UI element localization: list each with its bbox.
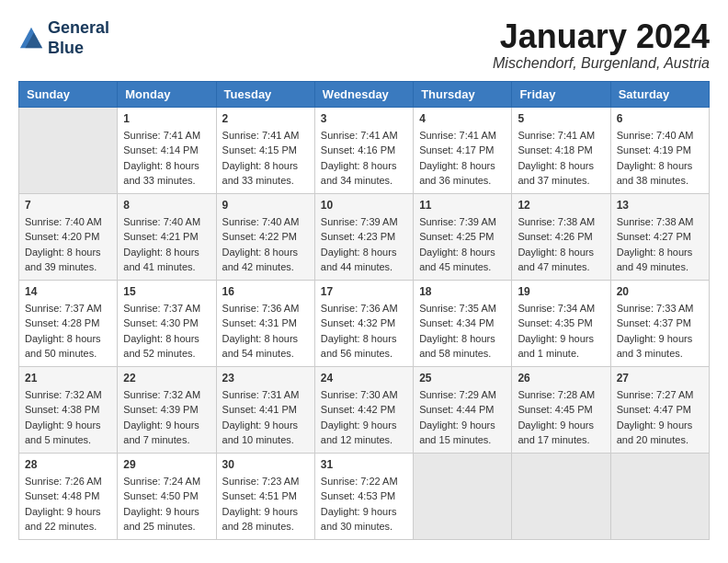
location-title: Mischendorf, Burgenland, Austria [493, 55, 710, 72]
sunset-text: Sunset: 4:18 PM [518, 144, 592, 155]
table-row: 26 Sunrise: 7:28 AM Sunset: 4:45 PM Dayl… [512, 366, 610, 453]
sunrise-text: Sunrise: 7:38 AM [518, 216, 595, 227]
sunset-text: Sunset: 4:31 PM [222, 317, 297, 328]
daylight-text: Daylight: 9 hours and 17 minutes. [518, 419, 594, 446]
sunrise-text: Sunrise: 7:41 AM [222, 130, 300, 141]
day-number: 27 [617, 372, 703, 385]
sunrise-text: Sunrise: 7:37 AM [123, 303, 200, 314]
day-info: Sunrise: 7:37 AM Sunset: 4:30 PM Dayligh… [123, 301, 210, 362]
table-row: 28 Sunrise: 7:26 AM Sunset: 4:48 PM Dayl… [19, 453, 118, 539]
sunset-text: Sunset: 4:22 PM [222, 231, 297, 242]
sunrise-text: Sunrise: 7:36 AM [222, 303, 300, 314]
day-info: Sunrise: 7:39 AM Sunset: 4:25 PM Dayligh… [419, 214, 506, 275]
sunrise-text: Sunrise: 7:29 AM [419, 389, 496, 400]
sunset-text: Sunset: 4:25 PM [419, 231, 494, 242]
sunset-text: Sunset: 4:34 PM [419, 317, 494, 328]
day-info: Sunrise: 7:40 AM Sunset: 4:20 PM Dayligh… [25, 214, 111, 275]
day-info: Sunrise: 7:41 AM Sunset: 4:15 PM Dayligh… [222, 128, 309, 189]
sunrise-text: Sunrise: 7:30 AM [321, 389, 398, 400]
daylight-text: Daylight: 9 hours and 7 minutes. [123, 419, 199, 446]
sunset-text: Sunset: 4:42 PM [321, 404, 395, 415]
table-row: 17 Sunrise: 7:36 AM Sunset: 4:32 PM Dayl… [314, 280, 413, 366]
daylight-text: Daylight: 8 hours and 33 minutes. [123, 160, 199, 187]
day-number: 28 [25, 458, 111, 471]
day-number: 3 [321, 112, 407, 125]
daylight-text: Daylight: 8 hours and 38 minutes. [617, 160, 693, 187]
day-info: Sunrise: 7:32 AM Sunset: 4:38 PM Dayligh… [25, 387, 111, 448]
sunrise-text: Sunrise: 7:33 AM [617, 303, 694, 314]
day-number: 30 [222, 458, 309, 471]
day-number: 5 [518, 112, 604, 125]
day-info: Sunrise: 7:28 AM Sunset: 4:45 PM Dayligh… [518, 387, 604, 448]
header-wednesday: Wednesday [314, 81, 413, 107]
sunset-text: Sunset: 4:32 PM [321, 317, 395, 328]
daylight-text: Daylight: 9 hours and 22 minutes. [25, 506, 101, 533]
table-row: 7 Sunrise: 7:40 AM Sunset: 4:20 PM Dayli… [19, 193, 118, 280]
daylight-text: Daylight: 9 hours and 12 minutes. [321, 419, 397, 446]
day-number: 24 [321, 372, 407, 385]
day-number: 31 [321, 458, 407, 471]
table-row [610, 453, 709, 539]
header-saturday: Saturday [610, 81, 709, 107]
day-number: 26 [518, 372, 604, 385]
day-info: Sunrise: 7:37 AM Sunset: 4:28 PM Dayligh… [25, 301, 111, 362]
table-row [414, 453, 512, 539]
daylight-text: Daylight: 9 hours and 3 minutes. [617, 333, 693, 360]
day-number: 9 [222, 199, 309, 212]
table-row: 6 Sunrise: 7:40 AM Sunset: 4:19 PM Dayli… [610, 107, 709, 193]
day-number: 11 [419, 199, 506, 212]
table-row: 2 Sunrise: 7:41 AM Sunset: 4:15 PM Dayli… [216, 107, 314, 193]
logo-icon [18, 26, 44, 52]
header-monday: Monday [118, 81, 216, 107]
sunrise-text: Sunrise: 7:32 AM [25, 389, 102, 400]
weekday-header-row: Sunday Monday Tuesday Wednesday Thursday… [19, 81, 710, 107]
day-number: 23 [222, 372, 309, 385]
sunrise-text: Sunrise: 7:34 AM [518, 303, 595, 314]
table-row: 12 Sunrise: 7:38 AM Sunset: 4:26 PM Dayl… [512, 193, 610, 280]
sunset-text: Sunset: 4:39 PM [123, 404, 198, 415]
table-row: 10 Sunrise: 7:39 AM Sunset: 4:23 PM Dayl… [314, 193, 413, 280]
day-number: 1 [123, 112, 210, 125]
day-number: 15 [123, 285, 210, 298]
sunrise-text: Sunrise: 7:41 AM [518, 130, 595, 141]
sunrise-text: Sunrise: 7:26 AM [25, 476, 102, 487]
table-row: 13 Sunrise: 7:38 AM Sunset: 4:27 PM Dayl… [610, 193, 709, 280]
day-number: 13 [617, 199, 703, 212]
sunset-text: Sunset: 4:20 PM [25, 231, 99, 242]
day-number: 8 [123, 199, 210, 212]
table-row: 27 Sunrise: 7:27 AM Sunset: 4:47 PM Dayl… [610, 366, 709, 453]
daylight-text: Daylight: 8 hours and 36 minutes. [419, 160, 495, 187]
table-row: 11 Sunrise: 7:39 AM Sunset: 4:25 PM Dayl… [414, 193, 512, 280]
sunset-text: Sunset: 4:15 PM [222, 144, 297, 155]
day-number: 21 [25, 372, 111, 385]
day-info: Sunrise: 7:23 AM Sunset: 4:51 PM Dayligh… [222, 474, 309, 534]
daylight-text: Daylight: 8 hours and 37 minutes. [518, 160, 594, 187]
sunrise-text: Sunrise: 7:40 AM [222, 216, 300, 227]
table-row: 16 Sunrise: 7:36 AM Sunset: 4:31 PM Dayl… [216, 280, 314, 366]
sunset-text: Sunset: 4:19 PM [617, 144, 691, 155]
daylight-text: Daylight: 8 hours and 54 minutes. [222, 333, 299, 360]
sunset-text: Sunset: 4:26 PM [518, 231, 592, 242]
sunrise-text: Sunrise: 7:39 AM [321, 216, 398, 227]
day-info: Sunrise: 7:38 AM Sunset: 4:27 PM Dayligh… [617, 214, 703, 275]
sunset-text: Sunset: 4:44 PM [419, 404, 494, 415]
day-info: Sunrise: 7:38 AM Sunset: 4:26 PM Dayligh… [518, 214, 604, 275]
table-row: 24 Sunrise: 7:30 AM Sunset: 4:42 PM Dayl… [314, 366, 413, 453]
table-row: 31 Sunrise: 7:22 AM Sunset: 4:53 PM Dayl… [314, 453, 413, 539]
sunrise-text: Sunrise: 7:24 AM [123, 476, 200, 487]
sunset-text: Sunset: 4:47 PM [617, 404, 691, 415]
sunset-text: Sunset: 4:50 PM [123, 490, 198, 501]
sunset-text: Sunset: 4:45 PM [518, 404, 592, 415]
table-row: 22 Sunrise: 7:32 AM Sunset: 4:39 PM Dayl… [118, 366, 216, 453]
title-section: January 2024 Mischendorf, Burgenland, Au… [493, 18, 710, 72]
daylight-text: Daylight: 8 hours and 50 minutes. [25, 333, 101, 360]
table-row [19, 107, 118, 193]
sunset-text: Sunset: 4:38 PM [25, 404, 99, 415]
day-info: Sunrise: 7:22 AM Sunset: 4:53 PM Dayligh… [321, 474, 407, 534]
daylight-text: Daylight: 8 hours and 47 minutes. [518, 247, 594, 273]
daylight-text: Daylight: 8 hours and 52 minutes. [123, 333, 199, 360]
sunrise-text: Sunrise: 7:40 AM [25, 216, 102, 227]
daylight-text: Daylight: 9 hours and 25 minutes. [123, 506, 199, 533]
daylight-text: Daylight: 8 hours and 45 minutes. [419, 247, 495, 273]
daylight-text: Daylight: 8 hours and 49 minutes. [617, 247, 693, 273]
